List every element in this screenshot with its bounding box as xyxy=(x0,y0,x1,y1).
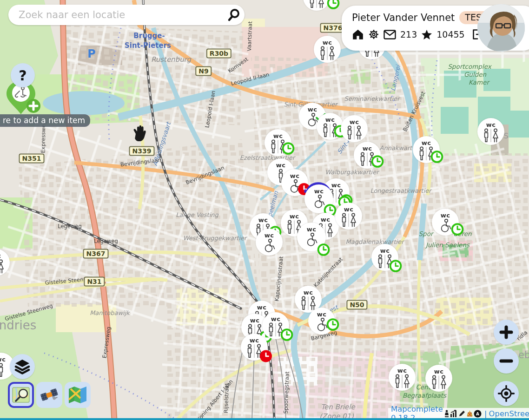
toilet-marker-label: wc xyxy=(434,368,444,374)
crosshair-icon xyxy=(498,385,515,402)
minus-icon xyxy=(499,354,514,368)
toilet-marker-label: wc xyxy=(317,311,327,317)
background-option-map[interactable] xyxy=(65,382,91,408)
toilet-marker-label: wc xyxy=(321,217,331,223)
background-chooser xyxy=(8,382,91,408)
male-female-icon xyxy=(267,322,284,339)
toilet-marker-label: wc xyxy=(250,317,260,323)
toilet-marker-mf[interactable]: wc xyxy=(303,0,330,11)
male-female-icon xyxy=(308,0,325,10)
toilet-marker-wheelchair[interactable]: wc xyxy=(308,308,335,335)
toilet-marker-mf[interactable]: wc xyxy=(413,136,440,163)
circle-a-icon: A xyxy=(474,410,482,418)
toilet-marker-label: wc xyxy=(271,316,281,322)
toilet-marker-label: wc xyxy=(250,337,259,343)
toilet-marker-label: wc xyxy=(314,188,324,194)
male-female-icon xyxy=(340,212,357,229)
toilet-marker-mf[interactable]: wc xyxy=(354,142,381,169)
settings-gear-icon[interactable] xyxy=(368,29,379,40)
zoom-in-button[interactable] xyxy=(494,320,519,345)
toilet-marker-label: wc xyxy=(290,213,299,219)
home-icon[interactable] xyxy=(352,29,364,40)
toilet-marker-mf[interactable]: wc xyxy=(264,129,291,156)
male-female-icon xyxy=(418,146,435,163)
toilet-marker-mf[interactable]: wc xyxy=(314,36,341,63)
attribution-separator: | xyxy=(484,409,487,418)
layers-button[interactable] xyxy=(10,354,35,379)
toilet-marker-label: wc xyxy=(363,145,372,151)
toilet-marker-label: wc xyxy=(344,206,354,212)
help-button[interactable]: ? xyxy=(11,63,35,87)
toilet-marker-mf[interactable]: wc xyxy=(389,364,416,391)
toilet-marker-wheelchair[interactable]: wc xyxy=(297,223,326,251)
search-bar xyxy=(8,5,245,25)
toilet-marker-label: wc xyxy=(257,304,267,310)
male-female-icon xyxy=(346,125,363,142)
toilet-marker-mf[interactable]: wc xyxy=(477,118,504,145)
wheelchair-icon xyxy=(314,317,329,334)
messages-envelope-icon[interactable] xyxy=(384,30,396,39)
toilet-marker-mf[interactable]: wc xyxy=(341,115,368,142)
male-female-icon xyxy=(246,343,263,360)
map-canvas[interactable]: Brugge-Sint-PietersPRustenburgSint-Gilli… xyxy=(0,0,529,420)
opening-hours-open-badge xyxy=(327,0,340,12)
male-female-icon xyxy=(359,151,376,168)
toilet-marker-label: wc xyxy=(304,289,313,295)
toilet-marker-label: wc xyxy=(350,119,359,125)
osm-map-icon xyxy=(11,385,31,405)
star-icon[interactable] xyxy=(421,29,432,40)
wheelchair-icon xyxy=(304,232,319,249)
satellite-icon xyxy=(39,385,60,405)
toilet-marker-wheelchair[interactable]: wc xyxy=(256,229,283,256)
toilet-marker-mf[interactable]: wc xyxy=(317,113,344,140)
toilet-marker-mf[interactable]: wc xyxy=(335,203,362,230)
toilet-marker-label: wc xyxy=(308,106,317,112)
toilet-marker-mf[interactable]: wc xyxy=(425,365,452,392)
toilet-marker-mf[interactable]: wc xyxy=(371,244,398,271)
male-female-icon xyxy=(270,139,286,156)
toilet-marker-label: wc xyxy=(331,182,341,188)
toilet-marker-label: wc xyxy=(441,212,450,218)
male-female-icon xyxy=(319,46,336,62)
male-female-icon xyxy=(430,374,447,391)
attribution-icons: A xyxy=(444,410,482,418)
user-avatar[interactable] xyxy=(477,4,525,52)
toilet-marker-label: wc xyxy=(0,356,6,362)
zoom-out-button[interactable] xyxy=(494,348,519,374)
background-option-satellite[interactable] xyxy=(36,382,62,408)
male-female-icon xyxy=(483,128,499,144)
opening-hours-open-badge xyxy=(317,243,330,258)
wheelchair-icon xyxy=(438,218,453,235)
toilet-marker-label: wc xyxy=(486,122,496,128)
openstreetmap-link[interactable]: OpenStreetMap xyxy=(489,409,529,418)
toilet-marker-mf[interactable]: wc xyxy=(262,312,289,339)
landmark-icon xyxy=(466,410,473,417)
help-label: ? xyxy=(19,67,26,84)
toilet-marker-wheelchair[interactable]: wc xyxy=(432,209,459,236)
svg-text:A: A xyxy=(476,412,479,416)
statistics-icon xyxy=(450,410,458,417)
male-female-icon xyxy=(322,123,338,139)
toilet-marker-label: wc xyxy=(380,248,390,254)
geolocate-button[interactable] xyxy=(494,381,519,406)
messages-count: 213 xyxy=(400,29,417,39)
male-female-icon xyxy=(377,254,393,270)
theme-color-strip xyxy=(0,418,529,420)
toilet-marker-mf[interactable]: wc xyxy=(241,334,268,361)
toilet-marker-label: wc xyxy=(422,140,431,146)
toilet-marker-label: wc xyxy=(290,173,300,179)
folded-map-icon xyxy=(68,386,87,404)
male-female-icon xyxy=(394,374,410,390)
toilet-marker-label: wc xyxy=(258,217,268,223)
search-input[interactable] xyxy=(18,9,223,21)
background-option-osm[interactable] xyxy=(8,382,34,408)
toilet-marker-label: wc xyxy=(264,232,274,238)
toilet-marker-label: wc xyxy=(323,39,332,46)
attribution-bar: Mapcomplete 0.18.2 A | OpenStreetMap xyxy=(388,408,529,419)
toilet-marker-wheelchair[interactable]: wc xyxy=(304,184,333,213)
male-female-icon xyxy=(0,259,5,276)
search-icon[interactable] xyxy=(223,6,245,24)
opening-hours-open-badge xyxy=(451,223,464,238)
toilet-marker-mf[interactable]: wc xyxy=(0,249,10,276)
map-marker-layer: wcwcwcwcwcwcwcwcwcwcwcwcwcwcwcwcwcwcwcwc… xyxy=(0,0,529,420)
